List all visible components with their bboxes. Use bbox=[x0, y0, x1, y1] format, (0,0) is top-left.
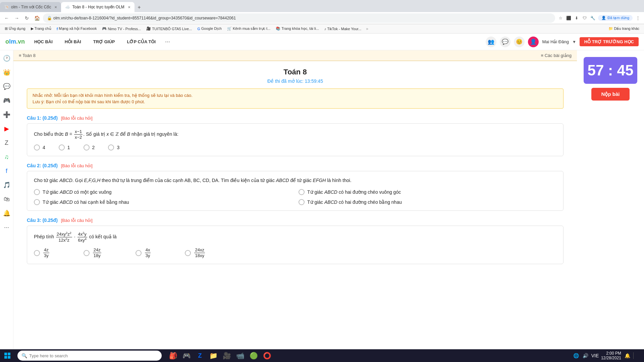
search-input[interactable] bbox=[29, 353, 158, 358]
bookmark-gta5[interactable]: 🎥 TUITENBÔ GTA5 Live... bbox=[144, 26, 194, 32]
nav-tro-giup[interactable]: TRỢ GIÚP bbox=[91, 38, 118, 46]
sidebar-z-icon[interactable]: Z bbox=[1, 137, 12, 148]
shield-icon[interactable]: 🛡 bbox=[581, 15, 588, 21]
nav-hoc-bai[interactable]: HỌC BÀI bbox=[32, 38, 55, 46]
q3-report-link[interactable]: [Báo lỗi câu hỏi] bbox=[61, 218, 93, 223]
refresh-button[interactable]: ↻ bbox=[23, 14, 31, 22]
download-icon[interactable]: ⬇ bbox=[573, 15, 580, 21]
user-account-button[interactable]: 👤 Đã tạm dừng bbox=[598, 15, 633, 21]
q2-radio-b[interactable] bbox=[299, 189, 305, 195]
q3-option-c[interactable]: 4x3y bbox=[136, 247, 152, 258]
extension-icon[interactable]: 🔧 bbox=[589, 15, 596, 21]
user-name-label[interactable]: Mai Hải Đăng bbox=[542, 39, 569, 44]
bookmark-tiktok[interactable]: ♪ TikTok - Make Your... bbox=[322, 26, 363, 32]
start-button[interactable] bbox=[0, 349, 15, 362]
breadcrumb-toan8[interactable]: ≡ Toán 8 bbox=[19, 53, 36, 58]
olm-logo[interactable]: olm.vn bbox=[5, 38, 25, 45]
nav-more-button[interactable]: ··· bbox=[165, 38, 170, 45]
q2-option-d[interactable]: Tứ giác ABCD có hai đường chéo bằng nhau bbox=[299, 199, 556, 205]
sidebar-youtube-icon[interactable]: ▶ bbox=[1, 123, 12, 134]
sidebar-spotify-icon[interactable]: 🎵 bbox=[1, 180, 12, 190]
taskbar-app-zoom[interactable]: 🎥 bbox=[221, 350, 233, 362]
bookmark-home[interactable]: ▶ Trang chủ bbox=[29, 26, 53, 32]
q1-radio-a[interactable] bbox=[34, 144, 40, 150]
battery-icon[interactable]: VIE bbox=[592, 352, 598, 359]
taskbar-app-steam[interactable]: 🎮 bbox=[180, 350, 193, 362]
taskbar-app-folder[interactable]: 📁 bbox=[207, 350, 219, 362]
sidebar-more-icon[interactable]: ··· bbox=[1, 222, 12, 233]
bookmark-facebook[interactable]: f Mạng xã hội Facebook bbox=[55, 26, 99, 32]
q2-radio-c[interactable] bbox=[34, 199, 40, 205]
browser-menu-button[interactable]: ⋮ bbox=[635, 15, 641, 21]
tab-coccoc[interactable]: 🐚 olm - Tìm với Cốc Cốc ✕ bbox=[0, 2, 61, 12]
ho-tro-truong-hoc-button[interactable]: HỖ TRỢ TRƯỜNG HỌC bbox=[580, 37, 639, 46]
new-tab-button[interactable]: + bbox=[135, 3, 144, 12]
address-bar[interactable]: 🔒 olm.vn/chu-de/toan-8-1216004/?id_stude… bbox=[43, 13, 555, 23]
network-icon[interactable]: 🌐 bbox=[573, 352, 580, 359]
bookmark-star-icon[interactable]: ☆ bbox=[557, 15, 564, 21]
bookmark-courses[interactable]: 📚 Trang khóa học, tài li... bbox=[274, 26, 321, 32]
screen-capture-icon[interactable]: ⬛ bbox=[565, 15, 572, 21]
bookmark-apps[interactable]: ⊞ Ứng dụng bbox=[3, 26, 28, 32]
volume-icon[interactable]: 🔊 bbox=[582, 352, 589, 359]
sidebar-crown-icon[interactable]: 👑 bbox=[1, 67, 12, 78]
tab-olm[interactable]: ☁️ Toán 8 - Học trực tuyến OLM ✕ bbox=[61, 2, 134, 12]
q1-option-d[interactable]: 3 bbox=[108, 144, 119, 150]
friend-icon[interactable]: 😊 bbox=[514, 37, 525, 47]
sidebar-add-icon[interactable]: ➕ bbox=[1, 109, 12, 120]
taskbar-app-circle[interactable]: ⭕ bbox=[261, 350, 273, 362]
user-avatar[interactable]: 👤 bbox=[528, 37, 539, 47]
nav-lop-cua-toi[interactable]: LỚP CỦA TÔI bbox=[124, 38, 159, 46]
sidebar-chat-icon[interactable]: 💬 bbox=[1, 81, 12, 92]
sidebar-shop-icon[interactable]: 🛍 bbox=[1, 194, 12, 204]
q3-option-d[interactable]: 24xz18xy bbox=[185, 247, 205, 258]
sidebar-history-icon[interactable]: 🕐 bbox=[1, 53, 12, 64]
q2-radio-d[interactable] bbox=[299, 199, 305, 205]
submit-button[interactable]: Nộp bài bbox=[591, 88, 630, 101]
bookmark-google-translate[interactable]: G Google Dịch bbox=[195, 26, 224, 32]
bookmark-other[interactable]: 📁 Dấu trang khác bbox=[606, 26, 641, 32]
taskbar-app-zalo[interactable]: Z bbox=[194, 350, 206, 362]
sidebar-music-icon[interactable]: ♫ bbox=[1, 152, 12, 162]
taskbar-search-box[interactable]: 🔍 bbox=[17, 351, 162, 361]
q1-report-link[interactable]: [Báo lỗi câu hỏi] bbox=[61, 116, 93, 121]
message-icon[interactable]: 💬 bbox=[500, 37, 511, 47]
q1-option-a[interactable]: 4 bbox=[34, 144, 45, 150]
close-tab-coccoc[interactable]: ✕ bbox=[54, 5, 57, 9]
q2-option-c[interactable]: Tứ giác ABCD có hai cạnh kề bằng nhau bbox=[34, 199, 292, 205]
q2-option-b[interactable]: Tứ giác ABCD có hai đường chéo vuông góc bbox=[299, 189, 556, 195]
close-tab-olm[interactable]: ✕ bbox=[128, 5, 130, 9]
q1-option-b[interactable]: 1 bbox=[59, 144, 70, 150]
taskbar-app-zoom2[interactable]: 📹 bbox=[234, 350, 246, 362]
q3-radio-d[interactable] bbox=[185, 250, 191, 256]
q3-radio-c[interactable] bbox=[136, 250, 142, 256]
bookmark-shopping[interactable]: 🛒 Kênh mua sắm trực t... bbox=[225, 26, 272, 32]
forward-button[interactable]: → bbox=[13, 14, 21, 22]
notification-center-icon[interactable]: 🔔 bbox=[624, 352, 631, 359]
show-desktop-icon[interactable] bbox=[633, 352, 640, 359]
sidebar-game-icon[interactable]: 🎮 bbox=[1, 95, 12, 106]
q1-radio-b[interactable] bbox=[59, 144, 65, 150]
taskbar-app-file-manager[interactable]: 🎒 bbox=[167, 350, 179, 362]
q3-option-a[interactable]: 4z3y bbox=[34, 247, 50, 258]
q2-radio-a[interactable] bbox=[34, 189, 40, 195]
user-dropdown-icon[interactable]: ▼ bbox=[572, 40, 576, 44]
back-button[interactable]: ← bbox=[3, 14, 11, 22]
taskbar-time[interactable]: 2:00 PM 12/28/2021 bbox=[601, 351, 621, 360]
q2-report-link[interactable]: [Báo lỗi câu hỏi] bbox=[61, 163, 93, 168]
sidebar-bell-icon[interactable]: 🔔 bbox=[1, 208, 12, 219]
bookmark-nimotv[interactable]: 🎮 Nimo TV - Profess... bbox=[100, 26, 143, 32]
q3-radio-b[interactable] bbox=[84, 250, 90, 256]
breadcrumb-bai-giang[interactable]: ≡ Các bài giảng bbox=[541, 53, 572, 58]
q1-radio-d[interactable] bbox=[108, 144, 114, 150]
nav-hoi-bai[interactable]: HỎI BÀI bbox=[62, 38, 84, 46]
home-button[interactable]: 🏠 bbox=[33, 14, 41, 22]
q1-option-c[interactable]: 2 bbox=[84, 144, 95, 150]
q3-radio-a[interactable] bbox=[34, 250, 40, 256]
sidebar-facebook-icon[interactable]: f bbox=[1, 166, 12, 176]
q3-option-b[interactable]: 24z18y bbox=[84, 247, 102, 258]
notification-icon[interactable]: 👥 bbox=[486, 37, 496, 47]
q1-radio-c[interactable] bbox=[84, 144, 90, 150]
q2-option-a[interactable]: Tứ giác ABCD có một góc vuông bbox=[34, 189, 292, 195]
taskbar-app-green[interactable]: 🟢 bbox=[248, 350, 260, 362]
